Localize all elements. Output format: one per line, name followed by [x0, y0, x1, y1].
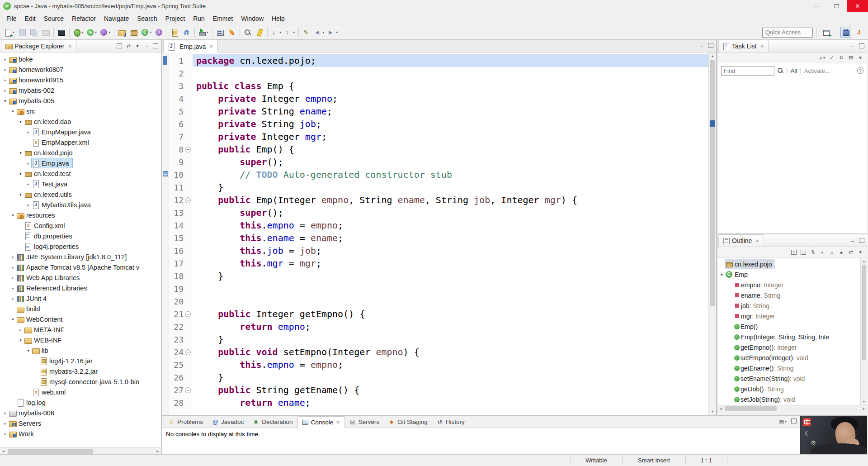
link-with-editor-icon[interactable]: ⇄: [848, 249, 854, 255]
tree-item-body[interactable]: WEB-INF: [24, 335, 65, 345]
tree-item[interactable]: ▸mybatis-002: [0, 85, 161, 95]
expander-icon[interactable]: ▾: [9, 109, 16, 114]
java-perspective-button[interactable]: [854, 27, 865, 38]
dropdown-arrow-icon[interactable]: ▾: [95, 30, 97, 34]
scroll-left-icon[interactable]: ◂: [717, 407, 724, 411]
tree-item[interactable]: ▾WEB-INF: [0, 335, 161, 345]
outline-item-body[interactable]: mgr : Integer: [733, 311, 777, 321]
tree-item-body[interactable]: WebContent: [16, 314, 66, 324]
tree-item-body[interactable]: mysql-connector-java-5.1.0-bin: [39, 377, 143, 386]
code-line[interactable]: public String getEname() {: [193, 384, 708, 396]
collapse-icon[interactable]: −: [185, 147, 191, 152]
tree-item[interactable]: ▾mybatis-005: [0, 95, 161, 106]
scrollbar-thumb[interactable]: [725, 406, 777, 411]
outline-item-body[interactable]: getEmpno() : Integer: [733, 342, 799, 352]
open-type-button[interactable]: [242, 27, 253, 38]
expander-icon[interactable]: ▸: [2, 67, 9, 72]
outline-item[interactable]: ▾Emp: [717, 269, 860, 280]
horizontal-scrollbar[interactable]: ◂ ▸: [717, 405, 867, 412]
line-number[interactable]: 18: [169, 271, 184, 281]
menu-source[interactable]: Source: [40, 13, 68, 24]
profile-button[interactable]: ▾: [99, 27, 112, 38]
run-button[interactable]: ▾: [85, 27, 98, 38]
menu-refactor[interactable]: Refactor: [68, 13, 100, 24]
code-line[interactable]: package cn.lexed.pojo;: [193, 54, 708, 67]
mark-complete-icon[interactable]: ✓: [829, 55, 835, 61]
new-java-project-button[interactable]: [117, 27, 127, 38]
tree-item[interactable]: ▾src: [0, 106, 161, 116]
tree-item-body[interactable]: Web App Libraries: [16, 273, 83, 282]
tree-item[interactable]: ▸MybatisUtils.java: [0, 200, 161, 210]
scrollbar-thumb[interactable]: [862, 265, 866, 360]
line-number[interactable]: 26: [169, 373, 184, 382]
outline-item[interactable]: getEname() : String: [717, 363, 860, 373]
code-line[interactable]: public Integer getEmpno() {: [193, 308, 708, 320]
categorized-icon[interactable]: ▤: [848, 55, 854, 61]
tree-item-body[interactable]: log.log: [16, 398, 49, 407]
expander-icon[interactable]: ▾: [25, 348, 32, 353]
tree-item[interactable]: ▸boke: [0, 54, 161, 64]
open-console-icon[interactable]: ▤▾: [779, 418, 787, 424]
vertical-scrollbar[interactable]: ▴ ▾: [860, 258, 867, 405]
line-number[interactable]: 14: [169, 221, 184, 230]
tree-item[interactable]: ▾cn.lexed.test: [0, 168, 161, 179]
tree-item[interactable]: log.log: [0, 397, 161, 408]
tree-item-body[interactable]: META-INF: [24, 325, 68, 334]
line-number[interactable]: 20: [169, 297, 184, 306]
close-icon[interactable]: ✕: [336, 420, 340, 425]
scroll-down-icon[interactable]: ▾: [709, 408, 716, 415]
line-number[interactable]: 10: [169, 170, 184, 180]
console-tab-problems[interactable]: Problems: [164, 416, 208, 428]
minimize-icon[interactable]: –: [850, 43, 855, 49]
maximize-icon[interactable]: [708, 43, 713, 48]
expander-icon[interactable]: ▸: [25, 182, 32, 186]
fold-marker-icon[interactable]: −: [184, 311, 192, 317]
outline-item[interactable]: getJob() : String: [717, 384, 860, 394]
console-tab-servers[interactable]: Servers: [345, 416, 384, 428]
expander-icon[interactable]: ▸: [2, 88, 9, 93]
line-number[interactable]: 19: [169, 284, 184, 294]
menu-run[interactable]: Run: [189, 13, 209, 24]
outline-item[interactable]: empno : Integer: [717, 280, 860, 290]
tree-item[interactable]: ▸Test.java: [0, 179, 161, 189]
line-number[interactable]: 24: [169, 347, 184, 357]
outline-item[interactable]: setEmpno(Integer) : void: [717, 352, 860, 363]
maximize-icon[interactable]: [153, 43, 158, 48]
expander-icon[interactable]: ▸: [9, 296, 16, 301]
new-wizard-button[interactable]: ▾: [3, 27, 16, 38]
code-line[interactable]: }: [193, 181, 708, 194]
dropdown-arrow-icon[interactable]: ▾: [293, 30, 295, 34]
tree-item[interactable]: ▸Referenced Libraries: [0, 283, 161, 293]
outline-item-body[interactable]: getEname() : String: [733, 363, 796, 373]
outline-item-body[interactable]: getJob() : String: [733, 384, 786, 394]
expander-icon[interactable]: ▸: [9, 276, 16, 280]
tree-item-body[interactable]: JUnit 4: [16, 294, 50, 303]
menu-emmet[interactable]: Emmet: [209, 13, 237, 24]
open-terminal-button[interactable]: [56, 27, 67, 38]
line-number[interactable]: 21: [169, 309, 184, 319]
dropdown-arrow-icon[interactable]: ▾: [108, 30, 110, 34]
tree-item[interactable]: ▾resources: [0, 210, 161, 220]
fold-marker-icon[interactable]: −: [184, 349, 192, 355]
tree-item[interactable]: ▸META-INF: [0, 324, 161, 335]
line-number[interactable]: 6: [169, 119, 184, 129]
minimize-icon[interactable]: –: [699, 43, 704, 49]
tree-item-body[interactable]: build: [16, 304, 44, 314]
line-number[interactable]: 22: [169, 322, 184, 332]
code-line[interactable]: this.empno = empno;: [193, 358, 708, 371]
tree-item[interactable]: ▸Emp.java: [0, 158, 161, 168]
code-editor[interactable]: package cn.lexed.pojo;public class Emp {…: [193, 52, 708, 415]
tree-item-body[interactable]: JRE System Library [jdk1.8.0_112]: [16, 252, 130, 262]
tree-item-body[interactable]: cn.lexed.utils: [24, 190, 75, 199]
code-line[interactable]: this.job = job;: [193, 244, 708, 257]
tree-item[interactable]: build: [0, 304, 161, 314]
tree-item-body[interactable]: log4j-1.2.16.jar: [39, 356, 96, 366]
tree-item[interactable]: ▾cn.lexed.dao: [0, 116, 161, 127]
outline-item-body[interactable]: setEmpno(Integer) : void: [733, 353, 810, 362]
line-number[interactable]: 17: [169, 259, 184, 268]
tree-item[interactable]: ▸Work: [0, 428, 161, 439]
dropdown-arrow-icon[interactable]: ▾: [150, 30, 151, 34]
menu-edit[interactable]: Edit: [21, 13, 40, 24]
tree-item[interactable]: ▾cn.lexed.pojo: [0, 147, 161, 158]
code-line[interactable]: private Integer mgr;: [193, 130, 708, 143]
